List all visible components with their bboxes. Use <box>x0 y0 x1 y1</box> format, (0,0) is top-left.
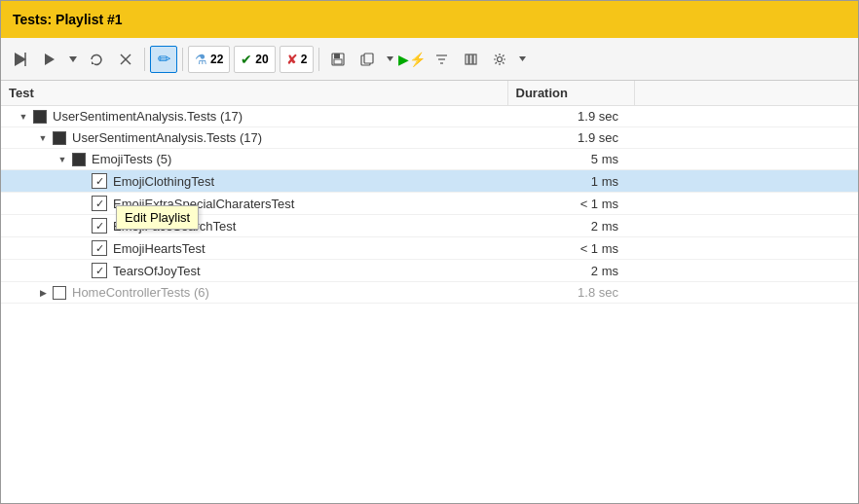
test-cell: ▼UserSentimentAnalysis.Tests (17) <box>1 106 507 127</box>
checkbox-square[interactable] <box>72 153 86 166</box>
svg-marker-12 <box>387 56 393 61</box>
copy-dropdown-button[interactable] <box>383 46 396 73</box>
test-cell: ✓EmojiFaceSearchTest <box>1 215 507 237</box>
separator-3 <box>318 48 319 71</box>
settings-button[interactable] <box>486 46 513 73</box>
title-bar: Tests: Playlist #1 <box>1 1 858 38</box>
expand-arrow[interactable]: ▼ <box>56 153 69 166</box>
test-label: UserSentimentAnalysis.Tests (17) <box>53 109 243 124</box>
col-header-test: Test <box>1 81 507 106</box>
checkbox-square[interactable] <box>53 286 66 300</box>
duration-cell: 1 ms <box>507 170 634 193</box>
duration-cell: 2 ms <box>507 260 634 282</box>
duration-cell: < 1 ms <box>507 193 634 215</box>
checkbox-checked[interactable]: ✓ <box>92 218 107 234</box>
total-count-button[interactable]: ⚗ 22 <box>188 46 230 73</box>
svg-rect-16 <box>466 54 468 64</box>
table-row[interactable]: ✓EmojiClothingTest1 ms <box>1 170 858 193</box>
checkbox-square[interactable] <box>53 131 66 145</box>
settings-dropdown-button[interactable] <box>515 46 529 73</box>
duration-cell: 2 ms <box>507 215 634 237</box>
tooltip-edit-playlist: Edit Playlist <box>116 205 199 230</box>
copy-button[interactable] <box>354 46 381 73</box>
duration-cell: < 1 ms <box>507 237 634 260</box>
col-header-extra <box>634 81 858 106</box>
svg-rect-8 <box>334 54 340 58</box>
save-icon <box>331 53 345 66</box>
extra-cell <box>634 215 858 237</box>
table-row[interactable]: ▼UserSentimentAnalysis.Tests (17)1.9 sec <box>1 127 858 149</box>
checkbox-checked[interactable]: ✓ <box>92 263 107 278</box>
test-cell: ▼EmojiTests (5) <box>1 149 507 170</box>
svg-point-19 <box>498 56 503 61</box>
checkbox-checked[interactable]: ✓ <box>92 196 107 211</box>
expand-arrow[interactable]: ▶ <box>36 286 50 300</box>
failed-count: 2 <box>301 53 308 66</box>
separator-1 <box>144 48 145 71</box>
main-window: Tests: Playlist #1 <box>0 0 859 504</box>
passed-count: 20 <box>255 53 268 66</box>
extra-cell <box>634 260 858 282</box>
refresh-button[interactable] <box>83 46 110 73</box>
col-header-duration: Duration <box>507 81 634 106</box>
fail-icon: ✘ <box>286 52 298 67</box>
save-button[interactable] <box>324 46 352 73</box>
svg-marker-0 <box>15 53 26 66</box>
svg-marker-3 <box>69 56 77 62</box>
run-all-icon <box>15 53 26 66</box>
filter-icon <box>435 54 448 65</box>
refresh-icon <box>90 53 103 66</box>
copy-icon <box>360 53 374 66</box>
extra-cell <box>634 237 858 260</box>
filter-button[interactable] <box>428 46 455 73</box>
tooltip-label: Edit Playlist <box>125 210 190 225</box>
toolbar: ✏ ⚗ 22 ✔ 20 ✘ 2 <box>1 38 858 81</box>
svg-marker-4 <box>92 61 94 64</box>
debug-run-button[interactable]: ▶⚡ <box>398 46 426 73</box>
svg-rect-17 <box>469 54 472 64</box>
failed-count-button[interactable]: ✘ 2 <box>280 46 315 73</box>
edit-playlist-button[interactable]: ✏ <box>150 46 177 73</box>
test-cell: ✓EmojiExtraSpecialCharatersTest <box>1 193 507 215</box>
test-cell: ✓TearsOfJoyTest <box>1 260 507 282</box>
svg-marker-2 <box>45 54 55 65</box>
svg-rect-9 <box>334 59 342 64</box>
test-table: Test Duration ▼UserSentimentAnalysis.Tes… <box>1 81 858 304</box>
checkbox-checked[interactable]: ✓ <box>92 173 107 189</box>
test-cell: ▼UserSentimentAnalysis.Tests (17) <box>1 127 507 149</box>
table-row[interactable]: ✓TearsOfJoyTest2 ms <box>1 260 858 282</box>
test-label: HomeControllerTests (6) <box>72 285 209 300</box>
duration-cell: 1.9 sec <box>507 127 634 149</box>
duration-cell: 1.8 sec <box>507 282 634 304</box>
duration-cell: 5 ms <box>507 149 634 170</box>
separator-2 <box>182 48 183 71</box>
content-wrapper: Test Duration ▼UserSentimentAnalysis.Tes… <box>1 81 858 503</box>
flask-icon: ⚗ <box>195 52 207 67</box>
table-row[interactable]: ▶HomeControllerTests (6)1.8 sec <box>1 282 858 304</box>
passed-count-button[interactable]: ✔ 20 <box>234 46 275 73</box>
checkbox-checked[interactable]: ✓ <box>92 240 107 256</box>
run-all-button[interactable] <box>7 46 34 73</box>
run-button[interactable] <box>36 46 63 73</box>
test-cell: ✓EmojiClothingTest <box>1 170 507 193</box>
table-row[interactable]: ✓EmojiHeartsTest< 1 ms <box>1 237 858 260</box>
extra-cell <box>634 149 858 170</box>
cancel-button[interactable] <box>112 46 139 73</box>
test-label: UserSentimentAnalysis.Tests (17) <box>72 130 262 145</box>
settings-icon <box>493 53 506 66</box>
test-label: EmojiTests (5) <box>92 152 171 166</box>
expand-arrow[interactable]: ▼ <box>36 131 50 145</box>
extra-cell <box>634 282 858 304</box>
test-cell: ✓EmojiHeartsTest <box>1 237 507 260</box>
svg-rect-18 <box>473 54 476 64</box>
duration-cell: 1.9 sec <box>507 106 634 127</box>
table-row[interactable]: ▼UserSentimentAnalysis.Tests (17)1.9 sec <box>1 106 858 127</box>
checkbox-square[interactable] <box>33 110 47 124</box>
columns-button[interactable] <box>457 46 484 73</box>
content-area[interactable]: Test Duration ▼UserSentimentAnalysis.Tes… <box>1 81 858 304</box>
svg-rect-11 <box>364 54 373 63</box>
table-row[interactable]: ▼EmojiTests (5)5 ms <box>1 149 858 170</box>
run-dropdown-button[interactable] <box>65 46 81 73</box>
expand-arrow[interactable]: ▼ <box>17 110 30 124</box>
extra-cell <box>634 170 858 193</box>
